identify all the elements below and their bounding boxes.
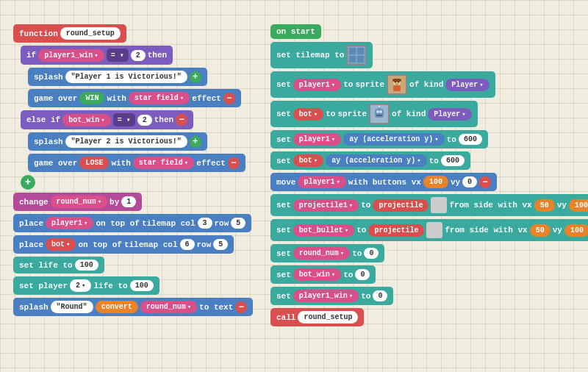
splash2-text[interactable]: "Player 2 is Victorious!" [65, 135, 187, 148]
change-round-block[interactable]: change round_num by 1 [13, 193, 142, 211]
round-num-pill2[interactable]: round_num [140, 301, 197, 313]
player1-sprite-icon[interactable] [387, 74, 407, 95]
player1-move-pill[interactable]: player1 [298, 176, 345, 188]
set-projectile1-block[interactable]: set projectile1 to projectile from side … [270, 194, 588, 216]
bot-win-dd-pill[interactable]: bot_win [293, 268, 341, 281]
set-round-num-block[interactable]: set round_num to 0 [270, 244, 384, 262]
tilemap-icon[interactable] [346, 45, 367, 65]
splash1-text[interactable]: "Player 1 is Victorious!" [65, 71, 187, 83]
function-block[interactable]: function round_setup [13, 24, 126, 43]
by-1-pill[interactable]: 1 [121, 196, 136, 207]
player-2-pill[interactable]: 2 [70, 279, 91, 292]
gameover1-minus[interactable]: − [223, 93, 235, 104]
add-block-btn[interactable]: + [21, 175, 35, 190]
change-round-row: change round_num by 1 [13, 193, 251, 211]
life-100-pill[interactable]: 100 [75, 260, 98, 271]
proj1-vx-pill[interactable]: 50 [534, 199, 555, 212]
round-text-pill[interactable]: "Round" [51, 301, 93, 313]
splash-round-minus[interactable]: − [235, 301, 247, 313]
on-start-block[interactable]: on start [270, 24, 321, 39]
bot-kind-pill[interactable]: Player [428, 108, 471, 121]
gameover2-minus[interactable]: − [228, 157, 240, 169]
elseif-block[interactable]: else if bot_win = ▾ 2 then − [21, 110, 193, 129]
plus-row: + [21, 175, 251, 190]
star-field-pill[interactable]: star field [129, 92, 190, 104]
eq-operator[interactable]: = ▾ [107, 49, 129, 62]
eq-operator2[interactable]: = ▾ [113, 113, 135, 126]
player1-ay-pill[interactable]: player1 [293, 133, 341, 146]
col-6-pill[interactable]: 6 [180, 239, 195, 250]
row-5-pill[interactable]: 5 [231, 218, 245, 229]
player1-win-dd-pill[interactable]: player1_win [293, 290, 359, 302]
if-block[interactable]: if player1_win = ▾ 2 then [21, 46, 173, 65]
set-bot-bullet-block[interactable]: set bot_bullet to projectile from side w… [270, 219, 588, 241]
gameover1-block[interactable]: game over WIN with star field effect − [28, 89, 241, 107]
round-num-dd-pill[interactable]: round_num [293, 247, 350, 260]
with-label2: with [111, 159, 130, 168]
vy-0-pill[interactable]: 0 [462, 176, 477, 187]
projectile-label[interactable]: projectile [373, 199, 429, 212]
place-bot-block[interactable]: place bot on top of tilemap col 6 row 5 [13, 235, 234, 254]
bot-ay-600-pill[interactable]: 600 [441, 155, 465, 166]
num-2b-pill[interactable]: 2 [137, 115, 152, 126]
set-player2-life-block[interactable]: set player 2 life to 100 [13, 276, 159, 295]
projectile1-sprite[interactable] [431, 197, 447, 213]
bot-vx-pill[interactable]: 50 [530, 224, 551, 237]
set-bot-win-block[interactable]: set bot_win to 0 [270, 265, 376, 284]
splash2-plus[interactable]: + [190, 136, 201, 148]
splash1-plus[interactable]: + [190, 71, 201, 83]
gameover1-row: game over WIN with star field effect − [28, 89, 251, 107]
bot-pill[interactable]: bot [46, 238, 76, 251]
move-player1-block[interactable]: move player1 with buttons vx 100 vy 0 − [270, 173, 497, 191]
call-round-setup-block[interactable]: call round_setup [270, 308, 364, 326]
gameover2-block[interactable]: game over LOSE with star field effect − [28, 154, 245, 172]
to-text-label: to text [199, 303, 233, 312]
life-100b-pill[interactable]: 100 [130, 280, 154, 291]
set-bot-sprite-block[interactable]: set bot to sprite of kind Player [270, 101, 478, 127]
splash1-block[interactable]: splash "Player 1 is Victorious!" + [28, 68, 207, 86]
splash-round-block[interactable]: splash "Round" convert round_num to text… [13, 298, 253, 316]
move-minus[interactable]: − [479, 176, 491, 188]
set-tilemap-block[interactable]: set tilemap to [270, 42, 373, 68]
lose-pill[interactable]: LOSE [79, 157, 109, 169]
bot-vy-pill[interactable]: 100 [564, 224, 588, 237]
set-player1-ay-block[interactable]: set player1 ay (acceleration y) to 600 [270, 130, 488, 149]
player1-pill[interactable]: player1 [46, 217, 93, 229]
bot-sprite-icon[interactable] [369, 104, 390, 124]
player1-win-pill[interactable]: player1_win [38, 49, 104, 62]
ay-pill[interactable]: ay (acceleration y) [343, 133, 444, 146]
ay-600-pill[interactable]: 600 [459, 134, 482, 145]
player-kind-pill[interactable]: Player [445, 79, 489, 91]
set-life-block[interactable]: set life to 100 [13, 257, 104, 273]
player1-win-0-pill[interactable]: 0 [373, 290, 387, 301]
bot-ay-pill2[interactable]: ay (acceleration y) [326, 154, 426, 167]
set-player1-sprite-block[interactable]: set player1 to sprite of kind Player [270, 71, 495, 98]
set-player1-win-block[interactable]: set player1_win to 0 [270, 287, 393, 305]
place-player1-block[interactable]: place player1 on top of tilemap col 3 ro… [13, 214, 251, 232]
bot-bullet-pill[interactable]: bot_bullet [293, 224, 354, 237]
round-num-0-pill[interactable]: 0 [364, 248, 379, 259]
convert-pill[interactable]: convert [96, 301, 138, 313]
col-3-pill[interactable]: 3 [198, 218, 212, 229]
splash2-block[interactable]: splash "Player 2 is Victorious!" + [28, 132, 207, 151]
projectile1-pill[interactable]: projectile1 [293, 199, 359, 212]
tilemap-label: tilemap col [142, 219, 196, 228]
bot-win-0-pill[interactable]: 0 [355, 269, 370, 280]
bot-win-pill[interactable]: bot_win [62, 114, 110, 126]
proj1-vy-pill[interactable]: 100 [569, 199, 588, 212]
vx-100-pill[interactable]: 100 [423, 176, 448, 188]
bot-ay-pill[interactable]: bot [293, 154, 323, 167]
round-setup-pill[interactable]: round_setup [60, 27, 121, 40]
round-num-pill[interactable]: round_num [51, 196, 107, 208]
row-5b-pill[interactable]: 5 [213, 239, 228, 250]
call-round-setup-pill[interactable]: round_setup [298, 311, 358, 323]
elseif-minus[interactable]: − [176, 114, 187, 126]
star-field-pill2[interactable]: star field [133, 157, 194, 169]
win-pill[interactable]: WIN [79, 92, 104, 104]
set-bot-ay-block[interactable]: set bot ay (acceleration y) to 600 [270, 151, 470, 170]
projectile-label2[interactable]: projectile [368, 224, 424, 237]
bot-dd-pill[interactable]: bot [293, 108, 323, 121]
num-2-pill[interactable]: 2 [131, 50, 146, 61]
bot-bullet-sprite[interactable] [426, 222, 442, 238]
player1-dd-pill[interactable]: player1 [293, 79, 341, 91]
